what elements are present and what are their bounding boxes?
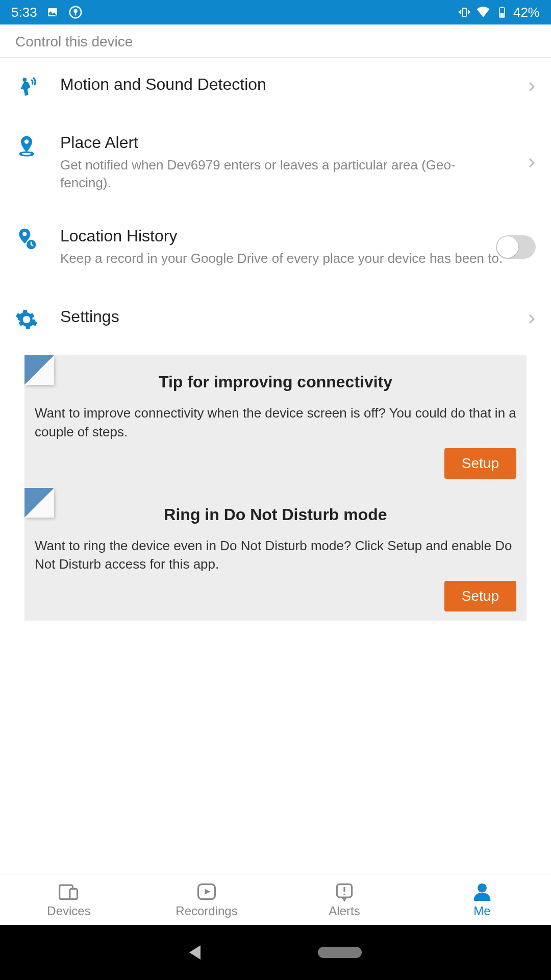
svg-point-15 <box>479 884 486 892</box>
battery-icon <box>496 6 508 18</box>
nav-label: Recordings <box>176 904 237 918</box>
nav-label: Alerts <box>329 904 360 918</box>
vibrate-icon <box>458 6 470 18</box>
svg-point-14 <box>343 893 345 895</box>
card-body: Want to improve connectivity when the de… <box>35 404 516 441</box>
system-nav-bar <box>0 925 551 980</box>
toggle-knob <box>497 236 518 258</box>
back-triangle-icon[interactable] <box>189 945 201 960</box>
svg-rect-5 <box>501 7 503 8</box>
row-place-alert[interactable]: Place Alert Get notified when Dev6979 en… <box>0 116 551 209</box>
tip-card-dnd: Ring in Do Not Disturb mode Want to ring… <box>24 488 527 621</box>
row-title: Place Alert <box>60 133 505 152</box>
row-subtitle: Get notified when Dev6979 enters or leav… <box>60 156 505 192</box>
row-title: Location History <box>60 227 505 246</box>
svg-rect-11 <box>70 889 78 899</box>
nav-me[interactable]: Me <box>413 874 551 925</box>
nav-recordings[interactable]: Recordings <box>138 874 276 925</box>
home-pill-icon[interactable] <box>318 947 362 958</box>
play-icon <box>195 881 218 902</box>
nav-alerts[interactable]: Alerts <box>276 874 413 925</box>
bottom-nav: Devices Recordings Alerts Me <box>0 874 551 925</box>
chevron-right-icon <box>525 157 538 169</box>
place-pin-icon <box>15 134 38 157</box>
location-history-toggle[interactable] <box>496 235 536 259</box>
nav-label: Devices <box>47 904 90 918</box>
row-location-history[interactable]: Location History Keep a record in your G… <box>0 209 551 285</box>
row-settings[interactable]: Settings <box>0 290 551 348</box>
tip-card-connectivity: Tip for improving connectivity Want to i… <box>24 355 527 488</box>
setup-dnd-button[interactable]: Setup <box>444 581 516 611</box>
svg-point-7 <box>22 78 27 82</box>
row-motion-sound[interactable]: Motion and Sound Detection <box>0 58 551 116</box>
gallery-icon <box>46 6 59 18</box>
setup-connectivity-button[interactable]: Setup <box>444 448 516 479</box>
person-icon <box>471 881 493 902</box>
status-bar: 5:33 42% <box>0 0 551 24</box>
row-title: Settings <box>60 307 505 326</box>
motion-icon <box>15 76 38 99</box>
divider <box>0 285 551 290</box>
card-title: Ring in Do Not Disturb mode <box>35 505 516 524</box>
row-subtitle: Keep a record in your Google Drive of ev… <box>60 250 505 267</box>
wifi-icon <box>475 5 491 20</box>
svg-rect-3 <box>462 8 466 16</box>
card-body: Want to ring the device even in Do Not D… <box>35 536 516 574</box>
location-history-icon <box>15 228 38 250</box>
location-status-icon <box>68 5 83 20</box>
svg-rect-6 <box>500 13 504 17</box>
devices-icon <box>58 881 80 902</box>
section-header-label: Control this device <box>15 34 133 50</box>
svg-point-2 <box>73 9 78 13</box>
svg-point-8 <box>20 152 33 156</box>
fold-corner-icon <box>24 355 54 385</box>
row-title: Motion and Sound Detection <box>60 75 505 94</box>
chevron-right-icon <box>525 313 538 325</box>
fold-corner-icon <box>24 488 54 518</box>
card-title: Tip for improving connectivity <box>35 373 516 391</box>
nav-devices[interactable]: Devices <box>0 874 138 925</box>
gear-icon <box>15 308 38 331</box>
chevron-right-icon <box>525 81 538 93</box>
nav-label: Me <box>473 904 490 918</box>
alerts-icon <box>333 881 356 902</box>
section-header: Control this device <box>0 24 551 58</box>
status-clock: 5:33 <box>11 5 37 20</box>
status-battery: 42% <box>513 5 540 20</box>
